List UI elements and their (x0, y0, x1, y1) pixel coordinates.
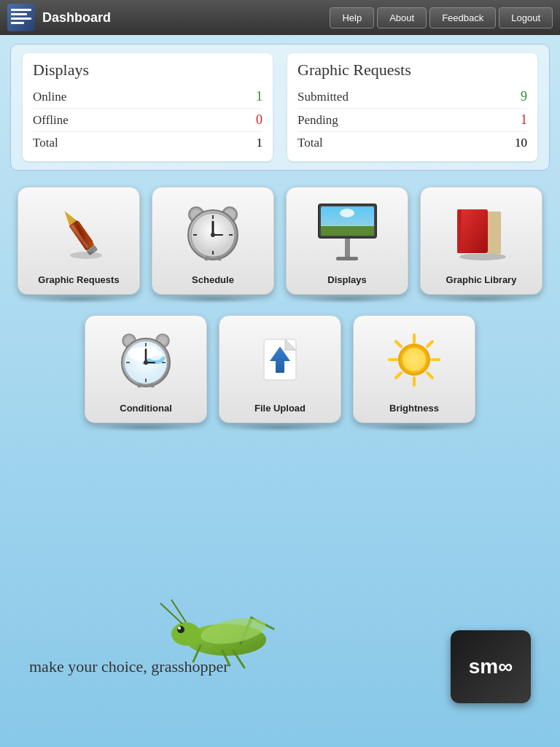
graphic-requests-stat-box: Graphic Requests Submitted 9 Pending 1 T… (287, 53, 537, 161)
svg-point-28 (340, 209, 354, 217)
gr-total-label: Total (298, 136, 323, 150)
grasshopper-image (139, 589, 314, 676)
graphic-requests-icon-area (39, 195, 119, 268)
sm-logo: sm∞ (451, 630, 531, 703)
svg-point-76 (178, 627, 181, 630)
header: Dashboard Help About Feedback Logout (0, 0, 560, 35)
app-logo-icon (7, 4, 35, 31)
brightness-shadow (363, 423, 465, 432)
displays-offline-value: 0 (256, 112, 262, 128)
displays-stat-box: Displays Online 1 Offline 0 Total 1 (23, 53, 273, 161)
schedule-icon-area (173, 195, 253, 268)
svg-rect-37 (457, 209, 488, 253)
svg-point-22 (211, 233, 215, 237)
conditional-label: Conditional (120, 403, 172, 414)
main-grid: Graphic Requests (0, 179, 560, 448)
displays-total-row: Total 1 (33, 132, 262, 154)
conditional-card[interactable]: Conditional (85, 315, 207, 423)
icon-row-1: Graphic Requests (15, 187, 545, 306)
graphic-library-label: Graphic Library (446, 274, 517, 285)
svg-rect-1 (11, 13, 27, 15)
svg-rect-2 (11, 18, 31, 20)
gr-pending-value: 1 (521, 112, 527, 128)
file-upload-shadow (229, 423, 331, 432)
displays-card[interactable]: Displays (286, 187, 408, 295)
svg-line-77 (160, 603, 182, 624)
svg-line-78 (171, 600, 186, 622)
displays-offline-label: Offline (33, 113, 69, 128)
conditional-icon-area (106, 323, 186, 396)
svg-rect-0 (11, 9, 31, 11)
displays-icon-area (307, 195, 387, 268)
graphic-requests-shadow (28, 295, 130, 303)
svg-point-75 (177, 626, 184, 633)
sun-icon (382, 329, 446, 391)
file-upload-card[interactable]: File Upload (219, 315, 341, 423)
schedule-shadow (162, 295, 264, 303)
brightness-label: Brightness (389, 403, 439, 414)
svg-point-74 (171, 622, 201, 646)
pen-icon (46, 201, 112, 263)
file-upload-label: File Upload (254, 403, 306, 414)
svg-line-70 (396, 373, 401, 378)
clock-icon (180, 198, 246, 264)
logo-area: Dashboard (7, 4, 111, 31)
schedule-card[interactable]: Schedule (152, 187, 274, 295)
schedule-label: Schedule (192, 274, 234, 285)
conditional-clock-icon (113, 328, 179, 392)
nav-buttons: Help About Feedback Logout (330, 7, 553, 28)
graphic-requests-label: Graphic Requests (38, 274, 119, 285)
gr-pending-label: Pending (298, 113, 338, 128)
gr-total-value: 10 (515, 136, 527, 150)
svg-point-31 (459, 253, 506, 260)
stats-panel: Displays Online 1 Offline 0 Total 1 Grap… (10, 44, 550, 171)
svg-point-49 (148, 350, 163, 360)
graphic-library-shadow (430, 295, 532, 303)
help-button[interactable]: Help (330, 7, 374, 28)
billboard-icon (313, 198, 382, 264)
displays-total-value: 1 (257, 136, 263, 150)
svg-rect-38 (457, 209, 462, 253)
displays-total-label: Total (33, 136, 58, 150)
displays-online-label: Online (33, 90, 66, 104)
svg-rect-39 (488, 212, 501, 254)
displays-label: Displays (327, 274, 366, 285)
upload-icon (251, 330, 309, 389)
brightness-card[interactable]: Brightness (353, 315, 475, 423)
gr-submitted-row: Submitted 9 (298, 85, 527, 109)
bottom-area: make your choice, grasshopper (0, 587, 560, 747)
displays-title: Displays (33, 61, 262, 80)
conditional-shadow (95, 423, 197, 432)
svg-point-52 (144, 360, 148, 365)
svg-line-68 (427, 373, 432, 378)
file-upload-icon-area (240, 323, 320, 396)
graphic-requests-card[interactable]: Graphic Requests (18, 187, 140, 295)
svg-rect-5 (69, 220, 95, 250)
svg-rect-30 (336, 257, 358, 260)
gr-submitted-label: Submitted (298, 90, 349, 104)
app-title: Dashboard (42, 10, 111, 26)
displays-offline-row: Offline 0 (33, 109, 262, 132)
displays-online-row: Online 1 (33, 85, 262, 109)
displays-online-value: 1 (256, 89, 262, 104)
graphic-library-card[interactable]: Graphic Library (420, 187, 542, 295)
gr-pending-row: Pending 1 (298, 109, 527, 132)
brightness-icon-area (374, 323, 454, 396)
gr-submitted-value: 9 (521, 89, 527, 104)
book-icon (448, 201, 514, 263)
graphic-library-icon-area (441, 195, 521, 268)
feedback-button[interactable]: Feedback (429, 7, 496, 28)
svg-line-69 (427, 341, 432, 347)
svg-point-72 (402, 348, 426, 371)
svg-point-9 (70, 252, 102, 259)
gr-total-row: Total 10 (298, 132, 527, 154)
icon-row-2: Conditional (15, 315, 545, 435)
svg-rect-29 (321, 226, 374, 236)
about-button[interactable]: About (377, 7, 427, 28)
svg-line-67 (396, 341, 401, 347)
displays-shadow (296, 295, 398, 303)
svg-rect-3 (11, 22, 24, 24)
graphic-requests-title: Graphic Requests (298, 61, 527, 80)
logout-button[interactable]: Logout (499, 7, 553, 28)
